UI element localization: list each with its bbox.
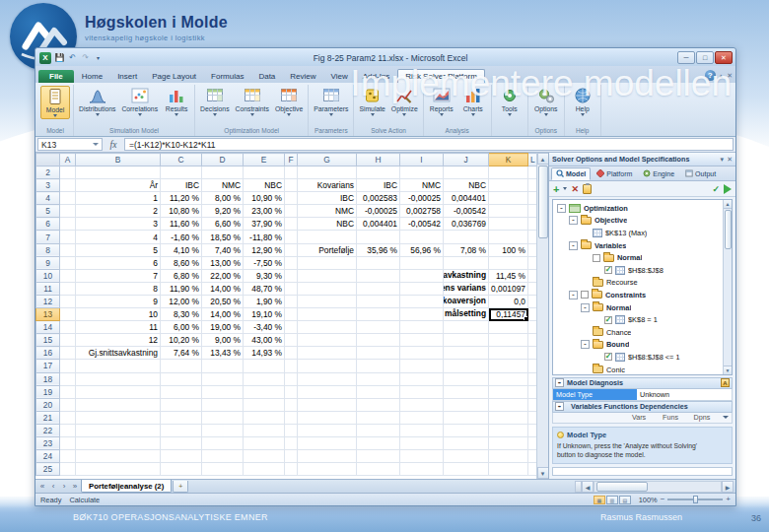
insert-function-icon[interactable]: fx [103, 138, 124, 151]
cell-A16[interactable] [60, 347, 76, 360]
cell-B6[interactable]: 3 [76, 218, 161, 231]
cell-K2[interactable] [489, 166, 528, 179]
cell-J22[interactable] [444, 424, 489, 436]
cell-E16[interactable]: 14,93 % [244, 347, 285, 360]
pane-tab-engine[interactable]: Engine [638, 167, 679, 180]
cell-E2[interactable] [244, 166, 285, 179]
analyze-icon[interactable]: ✓ [712, 184, 720, 194]
cell-A9[interactable] [60, 256, 76, 269]
constraints-button[interactable]: Constraints [234, 86, 271, 117]
page-break-view-icon[interactable]: ▤ [619, 496, 631, 504]
cell-E14[interactable]: -3,40 % [244, 321, 285, 334]
cell-E3[interactable]: NBC [244, 179, 285, 192]
tree-item-constraints[interactable]: -Constraints [555, 289, 722, 301]
cell-J6[interactable]: 0,036769 [444, 218, 489, 231]
cell-D18[interactable] [202, 372, 244, 385]
cell-H12[interactable] [357, 295, 400, 307]
row-header-14[interactable]: 14 [36, 321, 60, 334]
vertical-scroll-thumb[interactable] [538, 166, 548, 238]
cell-F4[interactable] [285, 192, 298, 205]
cell-I16[interactable] [400, 347, 444, 360]
cell-B9[interactable]: 6 [76, 256, 161, 269]
cell-C20[interactable] [161, 398, 202, 411]
cell-D10[interactable]: 22,00 % [202, 269, 244, 282]
parameters-button[interactable]: Parameters [312, 86, 350, 117]
cell-H19[interactable] [357, 385, 400, 398]
tree-item-variables[interactable]: -Variables [555, 239, 722, 252]
cell-B24[interactable] [76, 450, 161, 463]
cell-E4[interactable]: 10,90 % [244, 192, 285, 205]
cell-D22[interactable] [202, 424, 244, 436]
cell-I20[interactable] [400, 398, 444, 411]
cell-L16[interactable] [528, 347, 537, 360]
cell-A11[interactable] [60, 282, 76, 295]
cell-I13[interactable] [400, 308, 444, 321]
cell-H25[interactable] [357, 463, 400, 476]
cell-K9[interactable] [489, 256, 528, 269]
tab-page-layout[interactable]: Page Layout [145, 70, 203, 83]
cell-A13[interactable] [60, 308, 76, 321]
cell-D23[interactable] [202, 436, 244, 449]
variables-functions-header[interactable]: - Variables Functions Dependencies [552, 401, 733, 413]
cell-D19[interactable] [202, 385, 244, 398]
col-header-K[interactable]: K [489, 154, 528, 166]
cell-E21[interactable] [244, 411, 285, 424]
horizontal-scroll-track[interactable] [594, 481, 722, 493]
empty-checkbox[interactable] [593, 254, 600, 262]
cell-C4[interactable]: 11,20 % [161, 192, 202, 205]
cell-K8[interactable]: 100 % [489, 243, 528, 256]
cell-L17[interactable] [528, 360, 537, 372]
cell-I22[interactable] [400, 424, 444, 436]
cell-D5[interactable]: 9,20 % [202, 205, 244, 218]
cell-L7[interactable] [528, 231, 537, 243]
cell-C22[interactable] [161, 424, 202, 436]
add-dropdown-icon[interactable] [563, 187, 567, 190]
cell-D14[interactable]: 19,00 % [202, 321, 244, 334]
title-bar[interactable]: X 💾 ↶ ↷ ▾ Fig 8-25 Param2 11.xlsx - Micr… [35, 48, 735, 66]
cell-E25[interactable] [244, 463, 285, 476]
cell-K25[interactable] [489, 463, 528, 476]
cell-G2[interactable] [298, 166, 357, 179]
cell-E6[interactable]: 37,90 % [244, 218, 285, 231]
cell-K23[interactable] [489, 436, 528, 449]
cell-I5[interactable]: 0,002758 [400, 205, 444, 218]
cell-I24[interactable] [400, 450, 444, 463]
row-header-17[interactable]: 17 [36, 360, 60, 372]
cell-B18[interactable] [76, 372, 161, 385]
cell-I14[interactable] [400, 321, 444, 334]
cell-J15[interactable] [444, 334, 489, 347]
cell-G16[interactable] [298, 347, 357, 360]
horizontal-scrollbar[interactable]: ◀ ▶ [575, 481, 734, 493]
col-header-I[interactable]: I [400, 154, 444, 166]
row-header-3[interactable]: 3 [36, 179, 60, 192]
cell-D6[interactable]: 6,60 % [202, 218, 244, 231]
cell-G24[interactable] [298, 450, 357, 463]
cell-L22[interactable] [528, 424, 537, 436]
tab-add-ins[interactable]: Add-Ins [356, 70, 397, 83]
row-header-21[interactable]: 21 [36, 411, 60, 424]
vertical-scrollbar[interactable]: ▲ ▼ [536, 153, 548, 479]
cell-C17[interactable] [161, 360, 202, 372]
cell-C9[interactable]: 8,60 % [161, 256, 202, 269]
optimize-button[interactable]: Optimize [389, 86, 420, 117]
cell-I21[interactable] [400, 411, 444, 424]
tab-review[interactable]: Review [283, 70, 322, 83]
cell-F18[interactable] [285, 372, 298, 385]
cell-G4[interactable]: IBC [298, 192, 357, 205]
cell-L11[interactable] [528, 282, 537, 295]
cell-H20[interactable] [357, 398, 400, 411]
cell-B5[interactable]: 2 [76, 205, 161, 218]
cell-B13[interactable]: 10 [76, 308, 161, 321]
cell-K21[interactable] [489, 411, 528, 424]
col-header-E[interactable]: E [244, 154, 285, 166]
cell-A12[interactable] [60, 295, 76, 307]
cell-G8[interactable]: Portefølje [298, 243, 357, 256]
row-header-25[interactable]: 25 [36, 463, 60, 476]
cell-L14[interactable] [528, 321, 537, 334]
cell-L6[interactable] [528, 218, 537, 231]
cell-B19[interactable] [76, 385, 161, 398]
pane-tab-model[interactable]: Model [551, 167, 591, 180]
cell-B10[interactable]: 7 [76, 269, 161, 282]
cell-F8[interactable] [285, 243, 298, 256]
correlations-button[interactable]: Correlations [119, 86, 160, 117]
